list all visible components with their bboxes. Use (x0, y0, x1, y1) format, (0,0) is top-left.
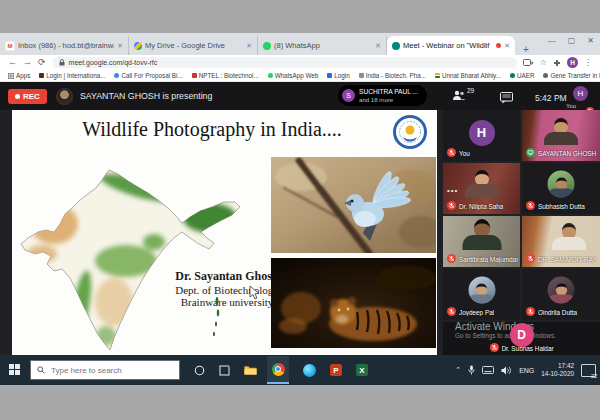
tray-keyboard-icon[interactable] (482, 366, 494, 374)
participant-video (552, 223, 586, 250)
meet-icon (392, 42, 400, 50)
bookmark-item[interactable]: WhatsApp Web (268, 72, 319, 79)
pinned-name: SUCHITRA PAUL ... (359, 88, 418, 96)
account-avatar[interactable]: H (573, 86, 588, 101)
bookmark-item[interactable]: UAER (510, 72, 535, 79)
start-button[interactable] (9, 364, 21, 376)
new-tab-button[interactable]: + (515, 44, 537, 55)
participant-tile-nilipta-saha[interactable]: ••• Dr. Nilipta Saha (443, 163, 520, 214)
india-flag-icon (435, 73, 440, 78)
tray-date: 14-10-2020 (541, 370, 574, 378)
bookmark-star-icon[interactable]: ☆ (540, 58, 547, 67)
participant-name: Oindrila Dutta (538, 309, 577, 316)
address-bar[interactable]: meet.google.com/qd-tovv-rfc (52, 57, 517, 68)
minimize-button[interactable]: — (548, 36, 556, 45)
tray-chevron-icon[interactable]: ⌃ (455, 366, 461, 374)
maximize-button[interactable]: ▢ (568, 36, 576, 45)
favicon (543, 73, 548, 78)
tab-gmail[interactable]: M Inbox (986) - hod.bt@brainwar ✕ (0, 36, 129, 55)
chrome-taskbar-button[interactable] (267, 356, 289, 384)
mic-off-icon (447, 307, 456, 317)
participant-name: You (459, 150, 470, 157)
participant-tile-samarjit-ray[interactable]: DR. SAMARJIT RAY (522, 216, 600, 267)
participant-tile-santibrata-majumdar[interactable]: Santibrata Majumdar (443, 216, 520, 267)
pinned-avatar: S (342, 89, 355, 102)
india-vegetation-map (14, 166, 249, 352)
tray-volume-icon[interactable] (501, 366, 512, 375)
powerpoint-icon: P (330, 364, 342, 376)
tab-label: Meet - Webinar on "Wildlif (403, 41, 493, 50)
tab-close-icon[interactable]: ✕ (504, 42, 510, 50)
bookmark-item[interactable]: Login | Internationa... (39, 72, 105, 79)
bookmark-item[interactable]: India - Biotech. Pha... (359, 72, 426, 79)
participant-name: DR. SAMARJIT RAY (538, 256, 597, 263)
meeting-clock: 5:42 PM (535, 93, 567, 103)
people-icon (452, 89, 466, 101)
participant-name: SAYANTAN GHOSH (538, 150, 596, 157)
tab-close-icon[interactable]: ✕ (246, 42, 252, 50)
mic-off-icon (526, 307, 535, 317)
tab-close-icon[interactable]: ✕ (117, 42, 123, 50)
participant-tile-you[interactable]: H You (443, 110, 520, 161)
participant-name: Subhasish Dutta (538, 203, 585, 210)
edge-taskbar-button[interactable] (303, 364, 316, 377)
bookmark-item[interactable]: Call For Proposal Bi... (114, 72, 182, 79)
bookmark-item[interactable]: Unnat Bharat Abhiy... (435, 72, 501, 79)
mouse-cursor (249, 285, 260, 300)
tray-language[interactable]: ENG (519, 367, 534, 374)
participant-tile-oindrila-dutta[interactable]: Oindrila Dutta (522, 269, 600, 320)
mic-off-icon (526, 201, 535, 211)
participant-tile-joydeep-pal[interactable]: Joydeep Pal (443, 269, 520, 320)
taskbar-search[interactable] (30, 360, 180, 380)
file-explorer-button[interactable] (244, 365, 257, 376)
participant-tile-subhasish-dutta[interactable]: Subhasish Dutta (522, 163, 600, 214)
edge-icon (303, 364, 316, 377)
participant-tile-sayantan-ghosh[interactable]: SAYANTAN GHOSH (522, 110, 600, 161)
chrome-icon (272, 363, 285, 376)
reload-button[interactable]: ⟳ (38, 58, 46, 67)
back-button[interactable]: ← (8, 58, 17, 67)
task-view-button[interactable] (219, 365, 230, 376)
favicon (327, 73, 332, 78)
tile-menu-icon[interactable]: ••• (447, 186, 458, 195)
avatar-photo (548, 171, 575, 198)
recording-badge: REC (8, 89, 47, 104)
bookmark-item[interactable]: NPTEL : Biotechnol... (192, 72, 259, 79)
favicon (268, 73, 273, 78)
browser-menu-icon[interactable]: ⋮ (584, 58, 592, 67)
search-input[interactable] (49, 365, 173, 376)
excel-taskbar-button[interactable]: X (356, 364, 368, 376)
participant-video (465, 170, 499, 197)
avatar: H (469, 120, 495, 146)
mic-off-icon (447, 254, 456, 264)
tab-close-icon[interactable]: ✕ (375, 42, 381, 50)
browser-toolbar: ← → ⟳ meet.google.com/qd-tovv-rfc ☆ H ⋮ (0, 55, 600, 70)
extensions-icon[interactable] (553, 59, 561, 67)
record-dot-icon (15, 94, 20, 99)
cast-icon[interactable] (523, 59, 534, 67)
participants-button[interactable]: 29 (452, 89, 474, 101)
bookmark-item[interactable]: Login (327, 72, 349, 79)
tray-clock[interactable]: 17:42 14-10-2020 (541, 362, 574, 378)
powerpoint-taskbar-button[interactable]: P (330, 364, 342, 376)
tray-time: 17:42 (558, 362, 574, 370)
chat-button[interactable] (500, 90, 513, 108)
tray-mic-icon[interactable] (468, 365, 475, 375)
favicon (192, 73, 197, 78)
forward-button[interactable]: → (23, 58, 32, 67)
action-center-icon[interactable]: 22 (581, 364, 596, 377)
cortana-button[interactable] (194, 365, 205, 376)
close-button[interactable]: ✕ (587, 36, 594, 45)
tab-meet-active[interactable]: Meet - Webinar on "Wildlif ✕ (387, 36, 515, 55)
pinned-participant-pill[interactable]: S SUCHITRA PAUL ... and 18 more (338, 85, 427, 106)
bookmark-item[interactable]: Gene Transfer in Pla... (543, 72, 600, 79)
window-controls: — ▢ ✕ (548, 36, 594, 45)
profile-avatar[interactable]: H (567, 57, 578, 68)
tab-drive[interactable]: My Drive - Google Drive ✕ (129, 36, 258, 55)
notification-count: 22 (591, 373, 597, 379)
tab-label: Inbox (986) - hod.bt@brainwar (18, 41, 114, 50)
search-icon (37, 366, 45, 374)
apps-shortcut[interactable]: Apps (8, 72, 30, 79)
favicon (114, 73, 119, 78)
tab-whatsapp[interactable]: (8) WhatsApp ✕ (258, 36, 387, 55)
